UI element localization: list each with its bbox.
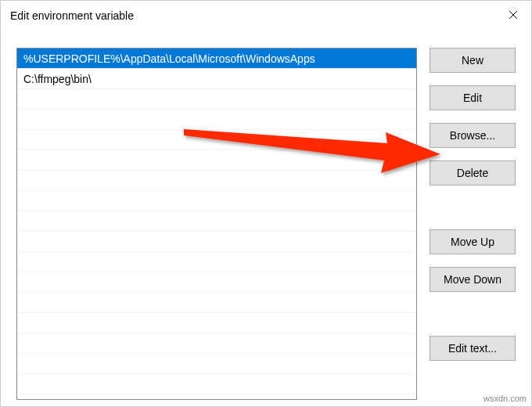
path-list[interactable]: %USERPROFILE%\AppData\Local\Microsoft\Wi… bbox=[16, 48, 417, 400]
list-item-empty[interactable] bbox=[17, 252, 416, 272]
list-item-empty[interactable] bbox=[17, 272, 416, 293]
list-item-empty[interactable] bbox=[17, 150, 416, 171]
list-item-empty[interactable] bbox=[17, 374, 416, 394]
list-item-empty[interactable] bbox=[17, 354, 416, 374]
browse-button[interactable]: Browse... bbox=[430, 123, 516, 148]
list-item-empty[interactable] bbox=[17, 211, 416, 232]
list-item-empty[interactable] bbox=[17, 333, 416, 354]
watermark-text: wsxdn.com bbox=[483, 394, 527, 403]
dialog-window: Edit environment variable %USERPROFILE%\… bbox=[0, 0, 532, 407]
list-item-empty[interactable] bbox=[17, 130, 416, 150]
list-item[interactable]: %USERPROFILE%\AppData\Local\Microsoft\Wi… bbox=[17, 49, 416, 69]
content-area: %USERPROFILE%\AppData\Local\Microsoft\Wi… bbox=[16, 48, 516, 406]
dialog-title: Edit environment variable bbox=[10, 9, 495, 22]
edit-button[interactable]: Edit bbox=[430, 85, 516, 110]
new-button[interactable]: New bbox=[430, 48, 516, 73]
list-item[interactable]: C:\ffmpeg\bin\ bbox=[17, 69, 416, 89]
delete-button[interactable]: Delete bbox=[430, 160, 516, 185]
list-item-empty[interactable] bbox=[17, 232, 416, 252]
close-button[interactable] bbox=[495, 0, 531, 30]
list-item-empty[interactable] bbox=[17, 110, 416, 130]
list-item-empty[interactable] bbox=[17, 293, 416, 313]
list-item-empty[interactable] bbox=[17, 171, 416, 191]
button-column: New Edit Browse... Delete Move Up Move D… bbox=[430, 48, 516, 406]
list-item-empty[interactable] bbox=[17, 191, 416, 211]
list-item-empty[interactable] bbox=[17, 313, 416, 333]
edit-text-button[interactable]: Edit text... bbox=[430, 336, 516, 361]
move-down-button[interactable]: Move Down bbox=[430, 267, 516, 292]
list-item-empty[interactable] bbox=[17, 89, 416, 110]
close-icon bbox=[509, 10, 518, 20]
move-up-button[interactable]: Move Up bbox=[430, 229, 516, 254]
titlebar: Edit environment variable bbox=[1, 1, 531, 31]
